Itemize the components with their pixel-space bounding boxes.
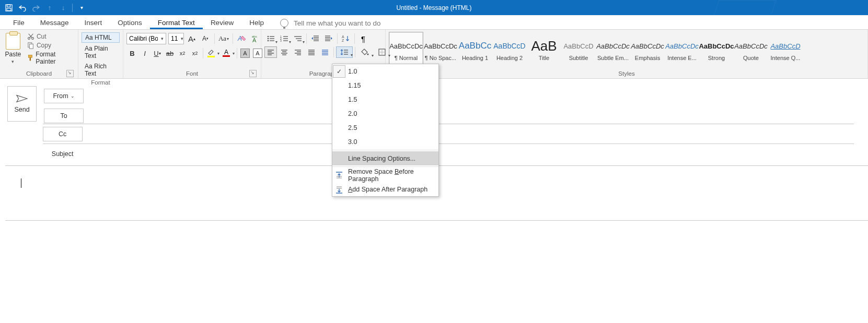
send-label: Send <box>14 106 29 113</box>
increase-indent-button[interactable] <box>322 33 335 44</box>
justify-button[interactable] <box>305 46 318 58</box>
redo-button[interactable] <box>30 2 42 14</box>
line-spacing-2-5[interactable]: 2.5 <box>332 121 438 135</box>
strikethrough-button[interactable]: ab <box>164 47 176 59</box>
style-item-strong[interactable]: AaBbCcDcStrong <box>699 32 734 66</box>
style-item-intense-q-[interactable]: AaBbCcDIntense Q... <box>768 32 803 66</box>
style-item-quote[interactable]: AaBbCcDcQuote <box>734 32 768 66</box>
char-shading-button[interactable]: A <box>239 47 251 59</box>
tab-file[interactable]: File <box>5 16 32 29</box>
paste-button[interactable]: Paste ▾ <box>3 32 23 64</box>
remove-space-before-item[interactable]: Remove Space Before Paragraph <box>332 168 438 182</box>
svg-text:A: A <box>342 35 344 39</box>
cc-button[interactable]: Cc <box>43 127 83 141</box>
line-spacing-button[interactable]: ▾ <box>336 46 353 58</box>
line-spacing-3-0[interactable]: 3.0 <box>332 135 438 149</box>
style-item-heading-1[interactable]: AaBbCcHeading 1 <box>458 32 492 66</box>
sort-button[interactable]: AZ <box>340 33 352 44</box>
highlight-button[interactable]: ▾ <box>205 47 219 59</box>
clipboard-launcher[interactable] <box>66 70 74 77</box>
from-button[interactable]: From⌄ <box>44 89 84 103</box>
font-launcher[interactable] <box>249 70 257 77</box>
undo-button[interactable] <box>17 2 28 14</box>
paste-caret[interactable]: ▾ <box>11 59 14 64</box>
svg-rect-9 <box>28 55 32 58</box>
tab-format-text[interactable]: Format Text <box>150 16 203 29</box>
send-button[interactable]: Send <box>7 86 37 122</box>
font-color-button[interactable]: A▾ <box>221 47 235 59</box>
tab-review[interactable]: Review <box>203 16 241 29</box>
text-cursor <box>21 178 21 188</box>
lightbulb-icon <box>280 19 288 27</box>
svg-rect-2 <box>7 8 11 10</box>
styles-gallery[interactable]: AaBbCcDc¶ NormalAaBbCcDc¶ No Spac...AaBb… <box>389 32 864 69</box>
tab-message[interactable]: Message <box>32 16 77 29</box>
tab-insert[interactable]: Insert <box>77 16 110 29</box>
multilevel-list-button[interactable]: ▾ <box>292 33 304 44</box>
style-item-emphasis[interactable]: AaBbCcDcEmphasis <box>630 32 665 66</box>
italic-button[interactable]: I <box>139 47 151 59</box>
font-name-combo[interactable]: Calibri (Body)▾ <box>126 33 166 44</box>
copy-button[interactable]: Copy <box>25 41 75 50</box>
bullets-button[interactable]: ▾ <box>264 33 277 44</box>
line-spacing-2-0[interactable]: 2.0 <box>332 106 438 121</box>
cut-button[interactable]: Cut <box>25 32 75 41</box>
shrink-font-button[interactable]: A▾ <box>200 33 211 44</box>
borders-button[interactable]: ▾ <box>374 46 390 58</box>
to-button[interactable]: To <box>44 109 84 123</box>
format-html-button[interactable]: Aa HTML <box>82 32 120 43</box>
add-space-after-item[interactable]: Add Space After Paragraph <box>332 182 438 196</box>
tab-options[interactable]: Options <box>110 16 150 29</box>
line-spacing-options-item[interactable]: Line Spacing Options... <box>332 151 438 165</box>
align-left-button[interactable] <box>264 46 277 58</box>
group-clipboard: Paste ▾ Cut Copy Format Painter Clipboar… <box>0 30 78 78</box>
line-spacing-1-5[interactable]: 1.5 <box>332 92 438 106</box>
show-marks-button[interactable]: ¶ <box>357 33 369 44</box>
svg-point-18 <box>268 40 269 42</box>
font-size-combo[interactable]: 11▾ <box>168 33 184 44</box>
style-item-title[interactable]: AaBTitle <box>527 32 561 66</box>
remove-space-before-label: Remove Space Before Paragraph <box>346 168 438 183</box>
decrease-indent-button[interactable] <box>309 33 321 44</box>
format-rich-button[interactable]: Aa Rich Text <box>82 62 120 78</box>
style-item-intense-e-[interactable]: AaBbCcDcIntense E... <box>665 32 699 66</box>
style-item--normal[interactable]: AaBbCcDc¶ Normal <box>389 32 423 66</box>
remove-space-icon <box>335 171 343 180</box>
underline-button[interactable]: U▾ <box>152 47 163 59</box>
tab-help[interactable]: Help <box>241 16 272 29</box>
tell-me[interactable]: Tell me what you want to do <box>280 19 381 29</box>
clear-formatting-button[interactable]: A <box>236 33 248 44</box>
change-case-button[interactable]: Aa▾ <box>218 33 229 44</box>
format-plain-button[interactable]: Aa Plain Text <box>82 44 120 61</box>
style-preview: AaBbCc <box>459 37 491 55</box>
qat-customize-button[interactable]: ▾ <box>76 2 87 14</box>
save-button[interactable] <box>3 2 15 14</box>
style-item--no-spac-[interactable]: AaBbCcDc¶ No Spac... <box>423 32 458 66</box>
line-spacing-1-0[interactable]: ✓1.0 <box>332 64 438 78</box>
chevron-down-icon: ▾ <box>161 36 164 41</box>
subscript-button[interactable]: x2 <box>177 47 188 59</box>
group-styles: AaBbCcDc¶ NormalAaBbCcDc¶ No Spac...AaBb… <box>386 30 868 78</box>
clipboard-icon <box>6 33 20 50</box>
format-painter-button[interactable]: Format Painter <box>25 50 75 66</box>
prev-item-button[interactable]: ↑ <box>44 2 55 14</box>
style-preview: AaBbCcD <box>493 37 525 55</box>
line-spacing-1-15[interactable]: 1.15 <box>332 78 438 92</box>
phonetic-guide-button[interactable]: abcA <box>250 33 261 44</box>
superscript-button[interactable]: x2 <box>189 47 201 59</box>
grow-font-button[interactable]: A▴ <box>186 33 198 44</box>
message-body[interactable] <box>21 178 868 190</box>
numbering-button[interactable]: 123▾ <box>278 33 291 44</box>
bold-button[interactable]: B <box>126 47 138 59</box>
style-preview: AaBbCcDc <box>389 37 423 55</box>
next-item-button[interactable]: ↓ <box>57 2 69 14</box>
style-preview: AaBbCcD <box>770 37 800 55</box>
group-format: Aa HTML Aa Plain Text Aa Rich Text Forma… <box>78 30 123 78</box>
style-item-heading-2[interactable]: AaBbCcDHeading 2 <box>492 32 527 66</box>
align-center-button[interactable] <box>278 46 291 58</box>
distributed-button[interactable] <box>319 46 331 58</box>
style-item-subtitle[interactable]: AaBbCcDSubtitle <box>561 32 596 66</box>
align-right-button[interactable] <box>292 46 304 58</box>
style-item-subtle-em-[interactable]: AaBbCcDcSubtle Em... <box>596 32 630 66</box>
shading-button[interactable]: ▾ <box>357 46 373 58</box>
